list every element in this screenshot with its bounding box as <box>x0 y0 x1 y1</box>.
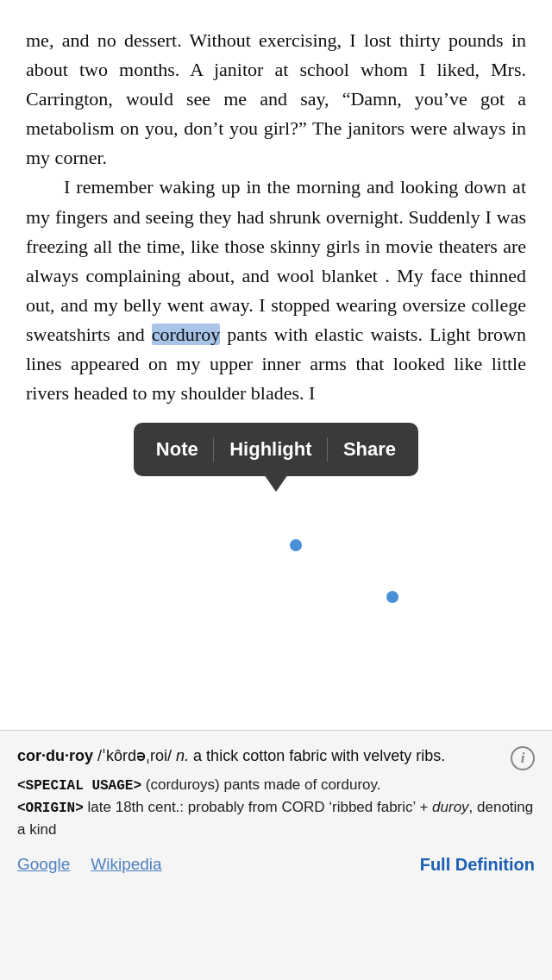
selected-word: corduroy <box>152 324 220 345</box>
book-text: me, and no dessert. Without exercising, … <box>26 26 526 408</box>
paragraph-2: I remember waking up in the morning and … <box>26 173 526 408</box>
paragraph-1: me, and no dessert. Without exercising, … <box>26 26 526 173</box>
dict-footer: Google Wikipedia Full Definition <box>17 855 535 875</box>
selection-handle-left[interactable] <box>290 539 302 551</box>
highlight-button[interactable]: Highlight <box>217 435 323 464</box>
popup-divider-1 <box>213 437 214 462</box>
reading-area: me, and no dessert. Without exercising, … <box>0 0 552 408</box>
dict-origin: <ORIGIN> late 18th cent.: probably from … <box>17 796 535 841</box>
dict-word: cor·du·roy <box>17 747 93 764</box>
dict-special-usage: <SPECIAL USAGE> (corduroys) pants made o… <box>17 774 535 796</box>
dictionary-panel: cor·du·roy /ˈkôrdəˌroi/ n. a thick cotto… <box>0 730 552 980</box>
text-action-popup: Note Highlight Share <box>134 423 418 476</box>
selection-handle-right[interactable] <box>386 591 398 603</box>
dict-body: <SPECIAL USAGE> (corduroys) pants made o… <box>17 774 535 841</box>
google-link[interactable]: Google <box>17 855 70 874</box>
note-button[interactable]: Note <box>144 435 210 464</box>
popup-divider-2 <box>327 437 328 462</box>
info-button[interactable]: i <box>511 746 535 770</box>
wikipedia-link[interactable]: Wikipedia <box>91 855 161 874</box>
dict-header: cor·du·roy /ˈkôrdəˌroi/ n. a thick cotto… <box>17 746 535 770</box>
full-definition-button[interactable]: Full Definition <box>420 855 535 875</box>
dict-external-links: Google Wikipedia <box>17 855 162 874</box>
share-button[interactable]: Share <box>331 435 408 464</box>
dict-word-line: cor·du·roy /ˈkôrdəˌroi/ n. a thick cotto… <box>17 746 504 765</box>
